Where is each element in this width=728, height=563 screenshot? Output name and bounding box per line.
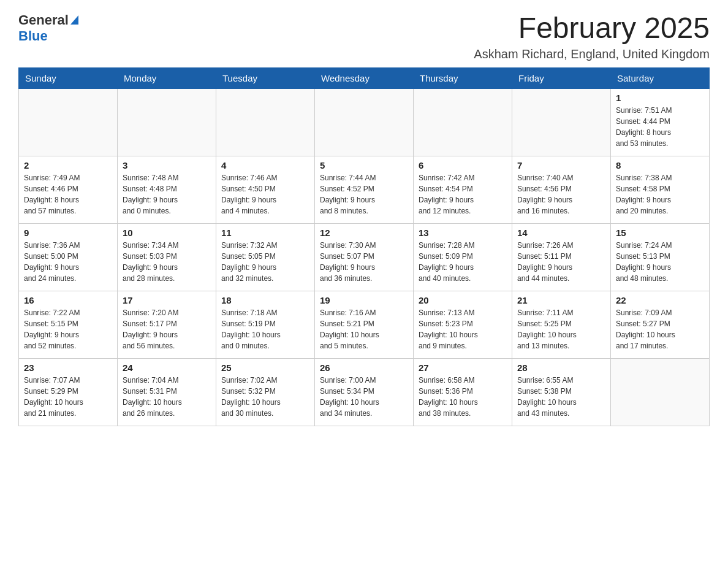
day-info: Sunrise: 7:46 AM Sunset: 4:50 PM Dayligh…	[221, 172, 309, 216]
day-info: Sunrise: 7:48 AM Sunset: 4:48 PM Dayligh…	[123, 172, 211, 216]
calendar-cell: 23Sunrise: 7:07 AM Sunset: 5:29 PM Dayli…	[19, 358, 118, 426]
day-number: 5	[320, 160, 408, 170]
day-number: 13	[419, 228, 507, 238]
calendar-cell: 7Sunrise: 7:40 AM Sunset: 4:56 PM Daylig…	[512, 156, 611, 223]
calendar-week-1: 2Sunrise: 7:49 AM Sunset: 4:46 PM Daylig…	[19, 156, 710, 223]
day-info: Sunrise: 7:04 AM Sunset: 5:31 PM Dayligh…	[123, 375, 211, 419]
day-number: 11	[221, 228, 309, 238]
day-info: Sunrise: 7:24 AM Sunset: 5:13 PM Dayligh…	[616, 240, 704, 284]
day-info: Sunrise: 7:16 AM Sunset: 5:21 PM Dayligh…	[320, 307, 408, 351]
day-info: Sunrise: 7:34 AM Sunset: 5:03 PM Dayligh…	[123, 240, 211, 284]
calendar-cell	[611, 358, 710, 426]
day-number: 26	[320, 362, 408, 373]
day-number: 10	[123, 228, 211, 238]
calendar-cell: 17Sunrise: 7:20 AM Sunset: 5:17 PM Dayli…	[118, 291, 216, 358]
calendar-cell: 19Sunrise: 7:16 AM Sunset: 5:21 PM Dayli…	[315, 291, 414, 358]
calendar-cell: 24Sunrise: 7:04 AM Sunset: 5:31 PM Dayli…	[118, 358, 216, 426]
day-number: 17	[123, 295, 211, 305]
calendar-cell: 5Sunrise: 7:44 AM Sunset: 4:52 PM Daylig…	[315, 156, 414, 223]
day-info: Sunrise: 7:44 AM Sunset: 4:52 PM Dayligh…	[320, 172, 408, 216]
calendar-cell: 2Sunrise: 7:49 AM Sunset: 4:46 PM Daylig…	[19, 156, 118, 223]
calendar-week-2: 9Sunrise: 7:36 AM Sunset: 5:00 PM Daylig…	[19, 223, 710, 291]
calendar-header-monday: Monday	[118, 67, 216, 88]
day-info: Sunrise: 7:42 AM Sunset: 4:54 PM Dayligh…	[419, 172, 507, 216]
calendar-cell: 28Sunrise: 6:55 AM Sunset: 5:38 PM Dayli…	[512, 358, 611, 426]
day-number: 12	[320, 228, 408, 238]
day-info: Sunrise: 6:58 AM Sunset: 5:36 PM Dayligh…	[419, 375, 507, 419]
day-info: Sunrise: 7:30 AM Sunset: 5:07 PM Dayligh…	[320, 240, 408, 284]
calendar-cell: 3Sunrise: 7:48 AM Sunset: 4:48 PM Daylig…	[118, 156, 216, 223]
day-info: Sunrise: 7:13 AM Sunset: 5:23 PM Dayligh…	[419, 307, 507, 351]
calendar-header-saturday: Saturday	[611, 67, 710, 88]
day-info: Sunrise: 7:38 AM Sunset: 4:58 PM Dayligh…	[616, 172, 704, 216]
calendar-cell: 6Sunrise: 7:42 AM Sunset: 4:54 PM Daylig…	[414, 156, 512, 223]
day-number: 4	[221, 160, 309, 170]
day-info: Sunrise: 7:40 AM Sunset: 4:56 PM Dayligh…	[517, 172, 605, 216]
calendar-cell	[216, 88, 315, 156]
calendar-header-row: SundayMondayTuesdayWednesdayThursdayFrid…	[19, 67, 710, 88]
day-number: 24	[123, 362, 211, 373]
day-info: Sunrise: 6:55 AM Sunset: 5:38 PM Dayligh…	[517, 375, 605, 419]
day-number: 18	[221, 295, 309, 305]
calendar-cell: 14Sunrise: 7:26 AM Sunset: 5:11 PM Dayli…	[512, 223, 611, 291]
calendar-body: 1Sunrise: 7:51 AM Sunset: 4:44 PM Daylig…	[19, 88, 710, 426]
day-info: Sunrise: 7:22 AM Sunset: 5:15 PM Dayligh…	[24, 307, 112, 351]
calendar-cell: 16Sunrise: 7:22 AM Sunset: 5:15 PM Dayli…	[19, 291, 118, 358]
day-number: 27	[419, 362, 507, 373]
day-info: Sunrise: 7:49 AM Sunset: 4:46 PM Dayligh…	[24, 172, 112, 216]
calendar-cell: 11Sunrise: 7:32 AM Sunset: 5:05 PM Dayli…	[216, 223, 315, 291]
calendar-header-wednesday: Wednesday	[315, 67, 414, 88]
day-info: Sunrise: 7:32 AM Sunset: 5:05 PM Dayligh…	[221, 240, 309, 284]
logo-icon: General Blue	[18, 12, 78, 44]
page-header: General Blue February 2025 Askham Richar…	[18, 12, 710, 61]
day-info: Sunrise: 7:09 AM Sunset: 5:27 PM Dayligh…	[616, 307, 704, 351]
day-number: 1	[616, 93, 704, 103]
calendar-cell: 22Sunrise: 7:09 AM Sunset: 5:27 PM Dayli…	[611, 291, 710, 358]
calendar-cell: 20Sunrise: 7:13 AM Sunset: 5:23 PM Dayli…	[414, 291, 512, 358]
calendar-cell: 1Sunrise: 7:51 AM Sunset: 4:44 PM Daylig…	[611, 88, 710, 156]
day-number: 19	[320, 295, 408, 305]
calendar-week-3: 16Sunrise: 7:22 AM Sunset: 5:15 PM Dayli…	[19, 291, 710, 358]
calendar-cell	[118, 88, 216, 156]
calendar-header-tuesday: Tuesday	[216, 67, 315, 88]
calendar-header-sunday: Sunday	[19, 67, 118, 88]
day-number: 20	[419, 295, 507, 305]
calendar-table: SundayMondayTuesdayWednesdayThursdayFrid…	[18, 67, 710, 426]
logo: General Blue	[18, 12, 78, 44]
calendar-header-friday: Friday	[512, 67, 611, 88]
day-number: 7	[517, 160, 605, 170]
day-number: 16	[24, 295, 112, 305]
day-number: 14	[517, 228, 605, 238]
calendar-cell: 12Sunrise: 7:30 AM Sunset: 5:07 PM Dayli…	[315, 223, 414, 291]
day-number: 28	[517, 362, 605, 373]
day-info: Sunrise: 7:00 AM Sunset: 5:34 PM Dayligh…	[320, 375, 408, 419]
calendar-cell	[512, 88, 611, 156]
day-info: Sunrise: 7:07 AM Sunset: 5:29 PM Dayligh…	[24, 375, 112, 419]
day-info: Sunrise: 7:26 AM Sunset: 5:11 PM Dayligh…	[517, 240, 605, 284]
calendar-cell: 10Sunrise: 7:34 AM Sunset: 5:03 PM Dayli…	[118, 223, 216, 291]
calendar-week-4: 23Sunrise: 7:07 AM Sunset: 5:29 PM Dayli…	[19, 358, 710, 426]
day-number: 2	[24, 160, 112, 170]
day-number: 15	[616, 228, 704, 238]
calendar-cell	[414, 88, 512, 156]
day-number: 23	[24, 362, 112, 373]
day-number: 21	[517, 295, 605, 305]
logo-text-blue: Blue	[18, 28, 48, 44]
day-number: 6	[419, 160, 507, 170]
day-info: Sunrise: 7:36 AM Sunset: 5:00 PM Dayligh…	[24, 240, 112, 284]
calendar-cell: 8Sunrise: 7:38 AM Sunset: 4:58 PM Daylig…	[611, 156, 710, 223]
day-info: Sunrise: 7:28 AM Sunset: 5:09 PM Dayligh…	[419, 240, 507, 284]
day-info: Sunrise: 7:11 AM Sunset: 5:25 PM Dayligh…	[517, 307, 605, 351]
day-info: Sunrise: 7:18 AM Sunset: 5:19 PM Dayligh…	[221, 307, 309, 351]
title-section: February 2025 Askham Richard, England, U…	[474, 12, 710, 61]
calendar-cell: 25Sunrise: 7:02 AM Sunset: 5:32 PM Dayli…	[216, 358, 315, 426]
calendar-cell	[19, 88, 118, 156]
month-title: February 2025	[474, 12, 710, 45]
calendar-cell: 26Sunrise: 7:00 AM Sunset: 5:34 PM Dayli…	[315, 358, 414, 426]
calendar-cell: 15Sunrise: 7:24 AM Sunset: 5:13 PM Dayli…	[611, 223, 710, 291]
calendar-cell: 18Sunrise: 7:18 AM Sunset: 5:19 PM Dayli…	[216, 291, 315, 358]
day-number: 3	[123, 160, 211, 170]
calendar-week-0: 1Sunrise: 7:51 AM Sunset: 4:44 PM Daylig…	[19, 88, 710, 156]
location-subtitle: Askham Richard, England, United Kingdom	[474, 47, 710, 61]
calendar-cell: 27Sunrise: 6:58 AM Sunset: 5:36 PM Dayli…	[414, 358, 512, 426]
